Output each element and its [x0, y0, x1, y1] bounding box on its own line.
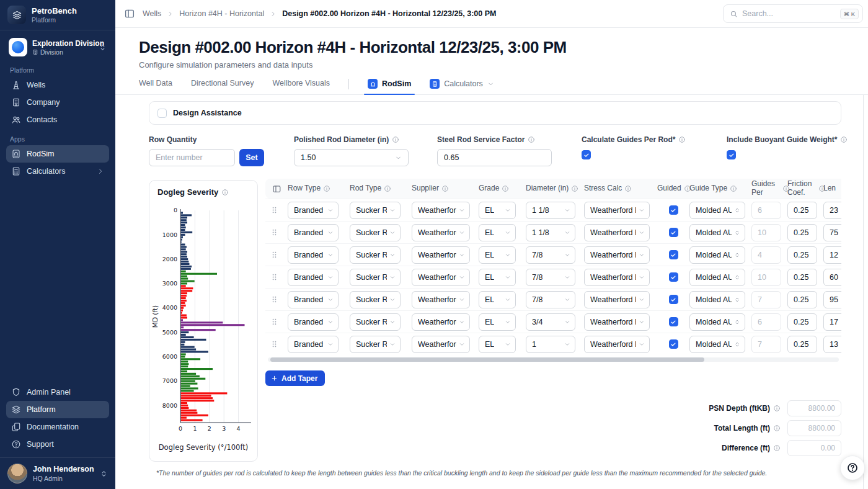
- tab-rodsim[interactable]: RodSim: [368, 79, 411, 95]
- length-input[interactable]: 75: [823, 224, 841, 241]
- info-icon[interactable]: [773, 444, 781, 452]
- tab-calculators[interactable]: Calculators: [430, 79, 494, 95]
- rod-type-select[interactable]: Sucker Rod: [350, 313, 401, 331]
- diameter-select[interactable]: 1 1/8: [526, 202, 575, 219]
- friction-coef-input[interactable]: 0.25: [787, 202, 817, 219]
- sidebar-item-documentation[interactable]: Documentation: [6, 418, 109, 436]
- row-type-select[interactable]: Branded: [288, 336, 339, 353]
- info-icon[interactable]: [384, 185, 391, 192]
- sidebar-toggle-icon[interactable]: [124, 8, 135, 19]
- guides-per-input[interactable]: 7: [751, 336, 781, 353]
- guides-per-input[interactable]: 6: [751, 202, 781, 219]
- length-input[interactable]: 17: [823, 313, 841, 331]
- stress-calc-select[interactable]: Weatherford EL: [584, 336, 650, 353]
- set-button[interactable]: Set: [239, 149, 264, 166]
- row-type-select[interactable]: Branded: [288, 269, 339, 286]
- page-vertical-scrollbar[interactable]: [863, 95, 864, 489]
- stress-calc-select[interactable]: Weatherford EL: [584, 246, 650, 264]
- rod-type-select[interactable]: Sucker Rod: [350, 336, 401, 353]
- rod-type-select[interactable]: Sucker Rod: [350, 291, 401, 308]
- guide-type-select[interactable]: Molded AU: [689, 291, 745, 308]
- grade-select[interactable]: EL: [479, 291, 516, 308]
- guided-checkbox[interactable]: [669, 228, 678, 237]
- drag-handle-icon[interactable]: [270, 295, 278, 304]
- length-input[interactable]: 95: [823, 291, 841, 308]
- design-assistance-checkbox[interactable]: [157, 109, 167, 118]
- row-type-select[interactable]: Branded: [288, 313, 339, 331]
- tab-well-data[interactable]: Well Data: [139, 79, 172, 94]
- guide-type-select[interactable]: Molded AU: [689, 202, 745, 219]
- friction-coef-input[interactable]: 0.25: [787, 246, 817, 264]
- info-icon[interactable]: [221, 189, 229, 196]
- drag-handle-icon[interactable]: [270, 317, 278, 326]
- help-button[interactable]: [840, 455, 865, 480]
- friction-coef-input[interactable]: 0.25: [787, 313, 817, 331]
- sidebar-item-contacts[interactable]: Contacts: [6, 111, 109, 128]
- drag-handle-icon[interactable]: [270, 339, 278, 349]
- search-box[interactable]: ⌘ K: [723, 4, 863, 23]
- grade-select[interactable]: EL: [479, 269, 516, 286]
- sidebar-item-company[interactable]: Company: [6, 94, 109, 111]
- sidebar-item-support[interactable]: Support: [6, 436, 109, 453]
- info-icon[interactable]: [528, 136, 535, 143]
- info-icon[interactable]: [773, 405, 781, 412]
- breadcrumb-item[interactable]: Wells: [143, 9, 161, 18]
- guide-type-select[interactable]: Molded AU: [689, 313, 745, 331]
- calc-guides-checkbox[interactable]: [582, 150, 591, 159]
- sidebar-item-calculators[interactable]: Calculators: [6, 163, 109, 180]
- info-icon[interactable]: [678, 136, 686, 143]
- info-icon[interactable]: [323, 185, 330, 192]
- sidebar-item-admin-panel[interactable]: Admin Panel: [6, 384, 109, 401]
- length-input[interactable]: 12: [823, 246, 841, 264]
- stress-calc-select[interactable]: Weatherford EL: [584, 224, 650, 241]
- drag-handle-icon[interactable]: [270, 228, 278, 237]
- guides-per-input[interactable]: 10: [751, 269, 781, 286]
- guides-per-input[interactable]: 4: [751, 246, 781, 264]
- row-type-select[interactable]: Branded: [288, 202, 339, 219]
- grade-select[interactable]: EL: [479, 202, 516, 219]
- grade-select[interactable]: EL: [479, 336, 516, 353]
- service-factor-input[interactable]: [437, 149, 552, 166]
- scrollbar-thumb[interactable]: [270, 357, 704, 362]
- drag-handle-icon[interactable]: [270, 272, 278, 282]
- stress-calc-select[interactable]: Weatherford EL: [584, 313, 650, 331]
- rod-type-select[interactable]: Sucker Rod: [350, 202, 401, 219]
- workspace-switcher[interactable]: Exploration Division Division: [5, 35, 110, 60]
- user-menu[interactable]: John Henderson HQ Admin: [0, 457, 115, 489]
- drag-handle-icon[interactable]: [270, 205, 278, 215]
- guided-checkbox[interactable]: [669, 317, 678, 326]
- grade-select[interactable]: EL: [479, 224, 516, 241]
- guides-per-input[interactable]: 6: [751, 313, 781, 331]
- row-type-select[interactable]: Branded: [288, 224, 339, 241]
- guides-per-input[interactable]: 7: [751, 291, 781, 308]
- sidebar-item-platform[interactable]: Platform: [6, 401, 109, 418]
- table-horizontal-scrollbar[interactable]: [268, 357, 839, 362]
- row-type-select[interactable]: Branded: [288, 246, 339, 264]
- guided-checkbox[interactable]: [669, 339, 678, 349]
- supplier-select[interactable]: Weatherford: [412, 224, 470, 241]
- diameter-select[interactable]: 3/4: [526, 313, 575, 331]
- breadcrumb-item[interactable]: Horizon #4H - Horizontal: [179, 9, 264, 18]
- friction-coef-input[interactable]: 0.25: [787, 291, 817, 308]
- info-icon[interactable]: [624, 185, 632, 192]
- diameter-select[interactable]: 1 1/8: [526, 224, 575, 241]
- diameter-select[interactable]: 7/8: [526, 291, 575, 308]
- add-taper-button[interactable]: Add Taper: [265, 370, 325, 386]
- tab-directional-survey[interactable]: Directional Survey: [191, 79, 254, 94]
- tab-wellbore-visuals[interactable]: Wellbore Visuals: [272, 79, 330, 94]
- guide-type-select[interactable]: Molded AU: [689, 246, 745, 264]
- guided-checkbox[interactable]: [669, 295, 678, 304]
- supplier-select[interactable]: Weatherford: [412, 269, 470, 286]
- stress-calc-select[interactable]: Weatherford EL: [584, 202, 650, 219]
- grade-select[interactable]: EL: [479, 246, 516, 264]
- row-type-select[interactable]: Branded: [288, 291, 339, 308]
- friction-coef-input[interactable]: 0.25: [787, 269, 817, 286]
- rod-type-select[interactable]: Sucker Rod: [350, 269, 401, 286]
- search-input[interactable]: [742, 9, 836, 18]
- info-icon[interactable]: [571, 185, 578, 192]
- stress-calc-select[interactable]: Weatherford EL: [584, 269, 650, 286]
- info-icon[interactable]: [392, 136, 399, 143]
- rod-type-select[interactable]: Sucker Rod: [350, 246, 401, 264]
- length-input[interactable]: 23: [823, 202, 841, 219]
- sidebar-item-wells[interactable]: Wells: [6, 76, 109, 94]
